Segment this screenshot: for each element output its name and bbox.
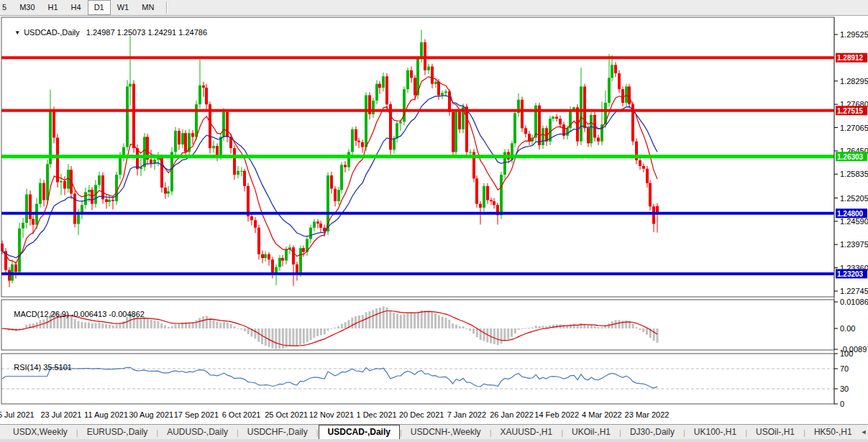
timeframe-toolbar: 5M30H1H4D1W1MN [0,0,868,16]
macd-histogram-bar [521,328,524,329]
rsi-name: RSI(14) [14,363,41,372]
candle-body [493,201,495,205]
macd-histogram-bar [524,328,526,328]
timeframe-button-m30[interactable]: M30 [13,0,41,15]
chevron-down-icon[interactable]: ▼ [14,29,20,36]
candle-body [167,191,170,193]
macd-histogram-bar [507,328,509,339]
timeframe-button-h1[interactable]: H1 [42,0,65,15]
tab-usdchf-daily[interactable]: USDCHF-,Daily [239,425,316,439]
candle-body [427,67,430,70]
candle-body [524,128,527,134]
macd-histogram-bar [639,328,641,330]
candle-body [649,183,652,207]
candle-body [191,133,194,137]
macd-histogram-bar [171,326,173,328]
date-label: 4 Mar 2022 [582,410,622,419]
candle-body [385,76,388,104]
macd-histogram-bar [240,328,242,329]
timeframe-button-w1[interactable]: W1 [111,0,136,15]
tab-usdcad-daily[interactable]: USDCAD-,Daily [319,425,400,439]
candle-body [222,112,225,137]
candle-body [566,128,569,136]
candle-body [285,249,288,261]
chart-symbol-label: USDCAD-,Daily [24,28,80,37]
macd-histogram-bar [424,310,426,328]
rsi-tick-label: 70 [840,364,849,373]
macd-histogram-bar [455,325,457,329]
candle-body [521,100,524,129]
candle-body [347,152,350,167]
candle-body [452,112,454,152]
macd-histogram-bar [400,315,402,328]
candle-body [337,190,340,201]
macd-histogram-bar [618,320,621,328]
candle-body [555,117,558,119]
macd-histogram-bar [632,324,634,328]
tab-eurusd-daily[interactable]: EURUSD-,Daily [78,425,157,439]
date-label: 23 Mar 2022 [625,410,670,419]
candle-body [365,96,367,147]
candle-body [399,121,402,123]
macd-histogram-bar [198,318,201,328]
candle-body [330,175,333,188]
macd-histogram-bar [195,321,197,329]
candle-wick [130,36,131,106]
candle-body [437,82,440,96]
tab-xauusd-h1[interactable]: XAUUSD-,H1 [491,425,561,439]
candle-body [542,128,544,145]
tab-dj30-daily[interactable]: DJ30-,Daily [621,425,683,439]
macd-histogram-bar [362,315,364,328]
macd-values: -0.006413 -0.004862 [71,310,145,318]
macd-histogram-bar [275,328,277,349]
tab-hk50-h1[interactable]: HK50-,H1 [805,425,861,439]
macd-histogram-bar [341,324,343,328]
candle-body [268,254,270,259]
macd-histogram-bar [324,328,326,334]
macd-histogram-bar [257,328,260,342]
candle-wick [359,138,360,149]
rsi-tick-label: 100 [840,349,853,358]
date-label: 17 Sep 2021 [174,410,219,419]
macd-histogram-bar [448,320,450,328]
candle-body [299,248,302,273]
candle-body [475,178,478,203]
macd-histogram-bar [216,322,218,328]
candle-body [414,78,416,95]
timeframe-button-d1[interactable]: D1 [88,0,111,15]
timeframe-button-mn[interactable]: MN [135,0,160,15]
candle-body [254,220,257,228]
tab-ukoil-h1[interactable]: UKOil-,H1 [563,425,619,439]
chart-window[interactable]: 1.295251.282951.276801.270651.264501.258… [0,16,868,424]
candle-body [202,86,205,88]
tab-scroll-buttons: ◄► [861,428,868,439]
rsi-indicator-label: RSI(14) 35.5101 [5,354,72,380]
price-level-badge-label: 1.24800 [837,210,864,218]
timeframe-button-h4[interactable]: H4 [65,0,88,15]
candle-body [302,248,305,252]
candle-body [271,259,274,273]
candle-body [597,138,600,142]
tab-audusd-daily[interactable]: AUDUSD-,Daily [158,425,237,439]
candle-body [132,84,135,149]
candle-body [264,254,267,258]
chart-canvas[interactable]: 1.295251.282951.276801.270651.264501.258… [0,16,868,424]
candle-body [313,221,316,227]
tab-scroll-left-icon[interactable]: ◄ [861,428,867,436]
macd-histogram-bar [206,316,208,328]
timeframe-button-5[interactable]: 5 [0,0,13,15]
macd-histogram-bar [310,328,312,340]
macd-histogram-bar [465,328,467,329]
candle-body [378,84,381,88]
tab-usdcnh-weekly[interactable]: USDCNH-,Weekly [402,425,490,439]
candle-body [240,171,243,172]
candle-body [434,82,437,84]
tab-usdx-weekly[interactable]: USDX,Weekly [4,425,76,439]
tab-uk100-h1[interactable]: UK100-,H1 [685,425,745,439]
candle-body [479,204,482,208]
candle-body [32,219,35,225]
candle-body [642,166,645,169]
tab-usoil-h1[interactable]: USOil-,H1 [747,425,803,439]
candle-body [84,192,87,205]
candle-body [98,175,101,185]
